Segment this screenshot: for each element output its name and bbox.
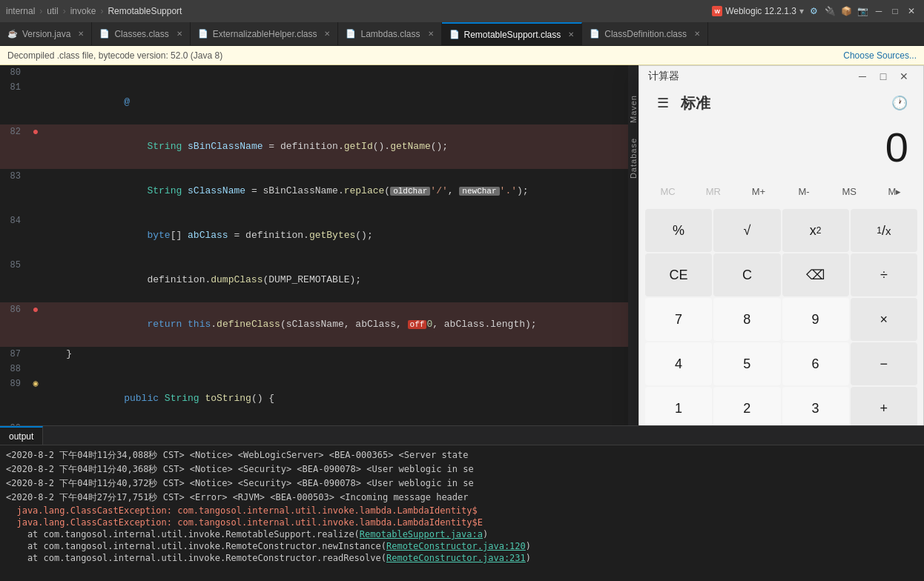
tab-close-externalizable[interactable]: ✕ xyxy=(324,30,330,38)
code-line-81: 81 @ xyxy=(0,80,628,124)
log-link-readresolve[interactable]: RemoteConstructor.java:231 xyxy=(386,553,526,563)
topbar: internal › util › invoke › RemotableSupp… xyxy=(0,0,924,22)
topbar-minimize[interactable]: ─ xyxy=(872,4,885,18)
topbar-btn1[interactable]: ⚙ xyxy=(807,4,820,18)
choose-sources-link[interactable]: Choose Sources... xyxy=(843,50,917,61)
calc-7-button[interactable]: 7 xyxy=(645,298,712,341)
calc-header: ☰ 标准 🕐 xyxy=(639,87,923,115)
code-line-83: 83 String sClassName = sBinClassName.rep… xyxy=(0,169,628,213)
log-line-0: <2020-8-2 下午04时11分34,088秒 CST> <Notice> … xyxy=(0,448,924,462)
topbar-btn4[interactable]: 📷 xyxy=(856,4,869,18)
calc-reciprocal-button[interactable]: 1/x xyxy=(851,209,917,252)
tab-close-classes[interactable]: ✕ xyxy=(176,30,182,38)
topbar-sep2: › xyxy=(63,6,66,16)
topbar-btn2[interactable]: 🔌 xyxy=(823,4,836,18)
calc-divide-button[interactable]: ÷ xyxy=(851,253,917,296)
calc-c-button[interactable]: C xyxy=(713,253,780,296)
calc-mminus-button[interactable]: M- xyxy=(782,178,827,205)
code-line-85: 85 definition.dumpClass(DUMP_REMOTABLE); xyxy=(0,258,628,302)
tab-icon-classdefinition: 📄 xyxy=(590,29,600,39)
calc-buttons-grid: % √ x2 1/x CE C ⌫ ÷ 7 8 9 × 4 5 6 − xyxy=(639,206,923,425)
topbar-invoke: invoke xyxy=(70,6,96,16)
code-line-89: 89 ◉ public String toString() { xyxy=(0,376,628,421)
log-link-newinstance[interactable]: RemoteConstructor.java:120 xyxy=(386,541,526,551)
topbar-close[interactable]: ✕ xyxy=(905,4,918,18)
tab-classdefinition[interactable]: 📄 ClassDefinition.class ✕ xyxy=(582,22,708,45)
calc-titlebar: 计算器 ─ □ ✕ xyxy=(639,66,923,87)
code-editor: 80 81 @ 82 ● String sBinClassName = defi… xyxy=(0,65,628,425)
tab-close-remotable[interactable]: ✕ xyxy=(568,30,574,39)
weblogic-icon: W xyxy=(712,6,722,16)
right-sidebar: Maven Database xyxy=(628,65,638,425)
calc-mc-button[interactable]: MC xyxy=(645,178,690,205)
topbar-util: util xyxy=(47,6,58,16)
bottom-tabs: output xyxy=(0,426,924,445)
calc-display: 0 xyxy=(639,115,923,176)
calc-backspace-button[interactable]: ⌫ xyxy=(782,253,849,296)
tab-close-lambdas[interactable]: ✕ xyxy=(428,30,434,38)
code-line-80: 80 xyxy=(0,65,628,80)
tab-close-version[interactable]: ✕ xyxy=(78,30,84,38)
log-line-2: <2020-8-2 下午04时11分40,372秒 CST> <Notice> … xyxy=(0,477,924,491)
calc-minimize-button[interactable]: ─ xyxy=(852,66,873,87)
code-line-87: 87 } xyxy=(0,347,628,362)
calc-square-button[interactable]: x2 xyxy=(782,209,849,252)
log-line-4: java.lang.ClassCastException: com.tangos… xyxy=(0,505,924,517)
calc-multiply-button[interactable]: × xyxy=(851,298,917,341)
weblogic-version: Weblogic 12.2.1.3 xyxy=(725,6,796,16)
calc-ms-button[interactable]: MS xyxy=(827,178,872,205)
calc-add-button[interactable]: + xyxy=(851,387,917,425)
tab-icon-externalizable: 📄 xyxy=(198,29,208,39)
calc-3-button[interactable]: 3 xyxy=(782,387,849,425)
topbar-btn3[interactable]: 📦 xyxy=(839,4,853,18)
calc-percent-button[interactable]: % xyxy=(645,209,712,252)
topbar-class: RemotableSupport xyxy=(108,6,182,16)
topbar-maximize[interactable]: □ xyxy=(888,4,902,18)
code-line-84: 84 byte[] abClass = definition.getBytes(… xyxy=(0,213,628,258)
calc-5-button[interactable]: 5 xyxy=(713,342,780,385)
calc-4-button[interactable]: 4 xyxy=(645,342,712,385)
topbar-dropdown[interactable]: ▾ xyxy=(799,6,804,16)
calculator: 计算器 ─ □ ✕ ☰ 标准 🕐 0 MC MR M+ M- MS M▸ xyxy=(638,65,924,425)
tab-icon-version: ☕ xyxy=(7,29,18,39)
tab-icon-classes: 📄 xyxy=(99,29,110,39)
tab-externalizable[interactable]: 📄 ExternalizableHelper.class ✕ xyxy=(191,22,339,45)
calc-ce-button[interactable]: CE xyxy=(645,253,712,296)
main-area: 80 81 @ 82 ● String sBinClassName = defi… xyxy=(0,65,924,581)
code-line-90: 90 return "RemotableSupport{parent=" + t… xyxy=(0,421,628,425)
editor-and-calc: 80 81 @ 82 ● String sBinClassName = defi… xyxy=(0,65,924,425)
calc-maximize-button[interactable]: □ xyxy=(873,66,894,87)
tab-icon-lambdas: 📄 xyxy=(346,29,356,39)
log-line-8: at com.tangosol.internal.util.invoke.Rem… xyxy=(0,552,924,564)
calc-8-button[interactable]: 8 xyxy=(713,298,780,341)
bottom-content: <2020-8-2 下午04时11分34,088秒 CST> <Notice> … xyxy=(0,445,924,581)
calc-9-button[interactable]: 9 xyxy=(782,298,849,341)
calc-6-button[interactable]: 6 xyxy=(782,342,849,385)
calc-history-button[interactable]: 🕐 xyxy=(888,91,911,115)
sidebar-maven[interactable]: Maven xyxy=(629,95,638,123)
calc-memory-row: MC MR M+ M- MS M▸ xyxy=(639,176,923,206)
log-line-1: <2020-8-2 下午04时11分40,368秒 CST> <Notice> … xyxy=(0,462,924,477)
bottom-tab-output[interactable]: output xyxy=(0,426,43,445)
log-link-remotable[interactable]: RemotableSupport.java:a xyxy=(360,529,483,540)
tabbar: ☕ Version.java ✕ 📄 Classes.class ✕ 📄 Ext… xyxy=(0,22,924,46)
calc-1-button[interactable]: 1 xyxy=(645,387,712,425)
calc-2-button[interactable]: 2 xyxy=(713,387,780,425)
log-line-5: java.lang.ClassCastException: com.tangos… xyxy=(0,517,924,528)
calc-menu-button[interactable]: ☰ xyxy=(651,91,675,115)
tab-classes[interactable]: 📄 Classes.class ✕ xyxy=(92,22,190,45)
tab-version-java[interactable]: ☕ Version.java ✕ xyxy=(0,22,92,45)
tab-remotable-support[interactable]: 📄 RemotableSupport.class ✕ xyxy=(442,22,583,45)
log-line-3: <2020-8-2 下午04时27分17,751秒 CST> <Error> <… xyxy=(0,491,924,505)
calc-sqrt-button[interactable]: √ xyxy=(713,209,780,252)
calc-mr-button[interactable]: MR xyxy=(690,178,736,205)
tab-lambdas[interactable]: 📄 Lambdas.class ✕ xyxy=(338,22,441,45)
tab-close-classdefinition[interactable]: ✕ xyxy=(694,30,700,38)
tab-icon-remotable: 📄 xyxy=(449,30,460,39)
calc-subtract-button[interactable]: − xyxy=(851,342,917,385)
calc-close-button[interactable]: ✕ xyxy=(894,66,914,87)
calc-mexpand-button[interactable]: M▸ xyxy=(872,178,917,205)
sidebar-database[interactable]: Database xyxy=(629,138,638,179)
calc-mplus-button[interactable]: M+ xyxy=(736,178,781,205)
log-line-6: at com.tangosol.internal.util.invoke.Rem… xyxy=(0,528,924,540)
